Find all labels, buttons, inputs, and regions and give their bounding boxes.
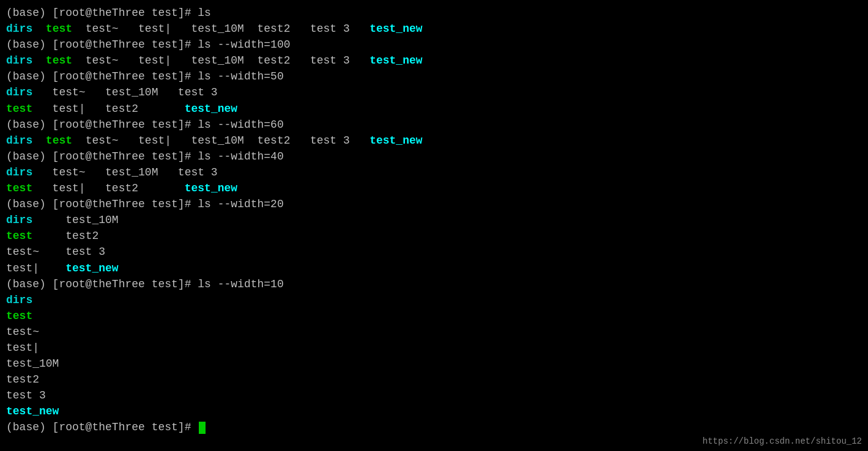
prompt: (base) [root@theThree test]# (6, 38, 198, 51)
terminal-line: test test| test2 test_new (6, 101, 862, 117)
dir-entry: dirs (6, 214, 32, 226)
file-entry: test (6, 103, 32, 115)
terminal-line: test 3 (6, 387, 862, 403)
dir-entry: dirs (6, 86, 32, 98)
file-entry: test (6, 182, 32, 194)
terminal-line: dirs test_10M (6, 212, 862, 228)
terminal-line: test2 (6, 372, 862, 387)
command: ls --width=40 (198, 150, 283, 163)
command: ls --width=10 (198, 278, 283, 290)
file-entry: test_new (369, 54, 422, 67)
terminal-line: test (6, 308, 862, 324)
prompt: (base) [root@theThree test]# (6, 7, 198, 19)
dir-entry: dirs (6, 134, 32, 147)
prompt: (base) [root@theThree test]# (6, 119, 198, 131)
prompt: (base) [root@theThree test]# (6, 150, 198, 163)
prompt: (base) [root@theThree test]# (6, 70, 198, 82)
terminal-line: test| test_new (6, 260, 862, 276)
terminal-line: test_10M (6, 356, 862, 372)
dir-entry: dirs (6, 23, 32, 35)
terminal-line: test~ test 3 (6, 244, 862, 260)
terminal-line: (base) [root@theThree test]# ls (6, 5, 862, 21)
terminal-line: (base) [root@theThree test]# ls --width=… (6, 196, 862, 212)
command: ls --width=20 (198, 198, 283, 210)
command: ls --width=100 (198, 38, 290, 51)
terminal-prompt-line[interactable]: (base) [root@theThree test]# (6, 419, 862, 435)
terminal-line: test test2 (6, 228, 862, 244)
terminal-line: test test| test2 test_new (6, 180, 862, 196)
terminal: (base) [root@theThree test]# ls dirs tes… (0, 0, 868, 451)
terminal-line: (base) [root@theThree test]# ls --width=… (6, 117, 862, 133)
cursor (199, 422, 206, 434)
file-entry: test_new (65, 262, 118, 274)
prompt: (base) [root@theThree test]# (6, 421, 198, 433)
terminal-line: (base) [root@theThree test]# ls --width=… (6, 148, 862, 164)
terminal-line: (base) [root@theThree test]# ls --width=… (6, 37, 862, 53)
terminal-line: dirs (6, 292, 862, 308)
terminal-line: (base) [root@theThree test]# ls --width=… (6, 68, 862, 84)
terminal-line: dirs test~ test_10M test 3 (6, 84, 862, 100)
terminal-line: dirs test test~ test| test_10M test2 tes… (6, 53, 862, 68)
terminal-line: test| (6, 340, 862, 356)
command: ls --width=60 (198, 119, 283, 131)
watermark: https://blog.csdn.net/shitou_12 (703, 435, 862, 447)
terminal-line: test~ (6, 324, 862, 340)
file-entry: test (46, 134, 72, 147)
terminal-line: dirs test test~ test| test_10M test2 tes… (6, 133, 862, 148)
prompt: (base) [root@theThree test]# (6, 198, 198, 210)
command: ls (198, 7, 211, 19)
terminal-line: dirs test~ test_10M test 3 (6, 164, 862, 180)
command: ls --width=50 (198, 70, 283, 82)
file-entry: test_new (6, 405, 59, 417)
file-entry: test (46, 54, 72, 67)
dir-entry: dirs (6, 294, 32, 306)
file-entry: test_new (369, 134, 422, 147)
terminal-line: dirs test test~ test| test_10M test2 tes… (6, 21, 862, 37)
file-entry: test_new (185, 103, 237, 115)
terminal-line: (base) [root@theThree test]# ls --width=… (6, 276, 862, 292)
file-entry: test (6, 310, 32, 322)
file-entry: test_new (185, 182, 237, 194)
terminal-line: test_new (6, 403, 862, 419)
dir-entry: dirs (6, 166, 32, 178)
file-entry: test_new (369, 23, 422, 35)
prompt: (base) [root@theThree test]# (6, 278, 198, 290)
file-entry: test (46, 23, 72, 35)
dir-entry: dirs (6, 54, 32, 67)
file-entry: test (6, 230, 32, 242)
